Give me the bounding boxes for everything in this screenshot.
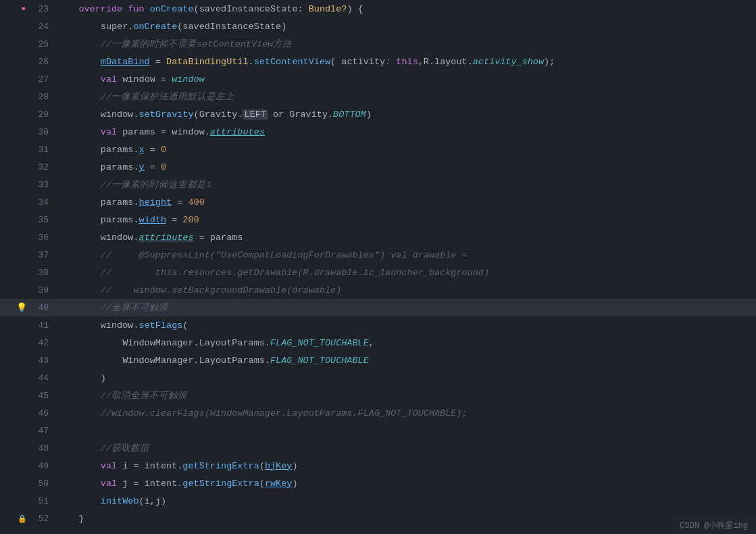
code-line: 29 window.setGravity(Gravity.LEFT or Gra… [0, 105, 756, 123]
code-line: 43 WindowManager.LayoutParams.FLAG_NOT_T… [0, 351, 756, 369]
code-line: 51 initWeb(i,j) [0, 492, 756, 510]
code-line: 39 // window.setBackgroundDrawable(drawa… [0, 281, 756, 299]
code-line: 26 mDataBind = DataBindingUtil.setConten… [0, 53, 756, 70]
line-gutter: 46 [0, 408, 54, 418]
line-number: 41 [30, 320, 49, 331]
line-content: } [54, 514, 756, 524]
line-number: 23 [30, 4, 49, 14]
line-icon-bookmark: 🔒 [18, 514, 27, 523]
line-content: WindowManager.LayoutParams.FLAG_NOT_TOUC… [54, 338, 756, 348]
line-number: 37 [30, 250, 49, 260]
line-gutter: 35 [0, 215, 54, 225]
line-content: //window.clearFlags(WindowManager.Layout… [54, 408, 756, 418]
line-gutter: 49 [0, 461, 54, 471]
line-content: initWeb(i,j) [54, 496, 756, 506]
code-line: 28 //一像素保护法通用默认是左上 [0, 88, 756, 105]
line-number: 50 [30, 479, 49, 489]
line-icon-hint: 💡 [16, 302, 27, 313]
line-gutter: 26 [0, 57, 54, 67]
line-gutter: 43 [0, 356, 54, 366]
line-gutter: 33 [0, 180, 54, 190]
code-line: 🔒52 } [0, 510, 756, 527]
code-line: 24 super.onCreate(savedInstanceState) [0, 18, 756, 35]
code-line: 35 params.width = 200 [0, 211, 756, 228]
line-content: val params = window.attributes [54, 127, 756, 137]
code-line: 30 val params = window.attributes [0, 123, 756, 141]
line-content: //一像素的时候不需要setContentView方法 [54, 38, 756, 50]
code-line: 44 ) [0, 369, 756, 387]
line-number: 32 [30, 162, 49, 172]
line-content: window.setGravity(Gravity.LEFT or Gravit… [54, 110, 756, 120]
line-content: params.height = 400 [54, 197, 756, 208]
line-content: mDataBind = DataBindingUtil.setContentVi… [54, 57, 756, 67]
code-line: 25 //一像素的时候不需要setContentView方法 [0, 35, 756, 53]
line-number: 34 [30, 197, 49, 208]
line-gutter: 44 [0, 373, 54, 383]
line-gutter: 37 [0, 250, 54, 260]
line-number: 46 [30, 408, 49, 418]
line-gutter: 28 [0, 92, 54, 102]
line-gutter: 27 [0, 74, 54, 84]
line-content: val window = window [54, 74, 756, 84]
line-gutter: 25 [0, 39, 54, 49]
line-number: 30 [30, 127, 49, 137]
line-number: 27 [30, 74, 49, 84]
line-content: window.setFlags( [54, 320, 756, 331]
line-gutter: 42 [0, 338, 54, 348]
line-number: 52 [30, 514, 49, 524]
line-content: val i = intent.getStringExtra(bjKey) [54, 461, 756, 471]
code-line: 31 params.x = 0 [0, 141, 756, 158]
line-number: 29 [30, 110, 49, 120]
line-number: 24 [30, 22, 49, 32]
line-content: // @SuppressLint("UseCompatLoadingForDra… [54, 250, 756, 260]
line-content: WindowManager.LayoutParams.FLAG_NOT_TOUC… [54, 356, 756, 366]
code-line: ●23 override fun onCreate(savedInstanceS… [0, 0, 756, 18]
line-number: 45 [30, 391, 49, 401]
line-gutter: 50 [0, 479, 54, 489]
line-content: val j = intent.getStringExtra(rwKey) [54, 479, 756, 489]
code-line: 36 window.attributes = params [0, 228, 756, 246]
line-content: //全屏不可触摸 [54, 301, 756, 314]
line-content: //一像素的时候这里都是1 [54, 178, 756, 191]
code-line: 38 // this.resources.getDrawable(R.drawa… [0, 264, 756, 281]
line-gutter: ●23 [0, 4, 54, 14]
line-gutter: 31 [0, 145, 54, 155]
line-content: //一像素保护法通用默认是左上 [54, 91, 756, 103]
line-gutter: 48 [0, 443, 54, 454]
line-number: 36 [30, 233, 49, 243]
code-line: 45 //取消全屏不可触摸 [0, 387, 756, 404]
line-content: //获取数据 [54, 442, 756, 454]
line-icon-debug: ● [21, 5, 26, 13]
code-line: 41 window.setFlags( [0, 316, 756, 334]
code-line: 48 //获取数据 [0, 439, 756, 457]
line-gutter: 🔒52 [0, 514, 54, 524]
line-content: // window.setBackgroundDrawable(drawable… [54, 285, 756, 295]
line-number: 51 [30, 496, 49, 506]
line-number: 42 [30, 338, 49, 348]
code-line: 49 val i = intent.getStringExtra(bjKey) [0, 457, 756, 475]
line-gutter: 36 [0, 233, 54, 243]
code-line: 34 params.height = 400 [0, 193, 756, 211]
line-gutter: 38 [0, 268, 54, 278]
line-gutter: 39 [0, 285, 54, 295]
line-number: 44 [30, 373, 49, 383]
line-number: 49 [30, 461, 49, 471]
line-gutter: 30 [0, 127, 54, 137]
line-gutter: 47 [0, 426, 54, 436]
line-number: 25 [30, 39, 49, 49]
line-content: //取消全屏不可触摸 [54, 389, 756, 402]
line-content: params.y = 0 [54, 162, 756, 172]
code-line: 46 //window.clearFlags(WindowManager.Lay… [0, 404, 756, 422]
line-content: super.onCreate(savedInstanceState) [54, 22, 756, 32]
line-content: window.attributes = params [54, 233, 756, 243]
line-number: 43 [30, 356, 49, 366]
line-gutter: 💡40 [0, 302, 54, 313]
line-number: 33 [30, 180, 49, 190]
line-number: 48 [30, 443, 49, 454]
line-gutter: 29 [0, 110, 54, 120]
line-number: 35 [30, 215, 49, 225]
code-line: 37 // @SuppressLint("UseCompatLoadingFor… [0, 246, 756, 264]
code-line: 33 //一像素的时候这里都是1 [0, 176, 756, 193]
code-line: 27 val window = window [0, 70, 756, 88]
code-line: 50 val j = intent.getStringExtra(rwKey) [0, 475, 756, 492]
